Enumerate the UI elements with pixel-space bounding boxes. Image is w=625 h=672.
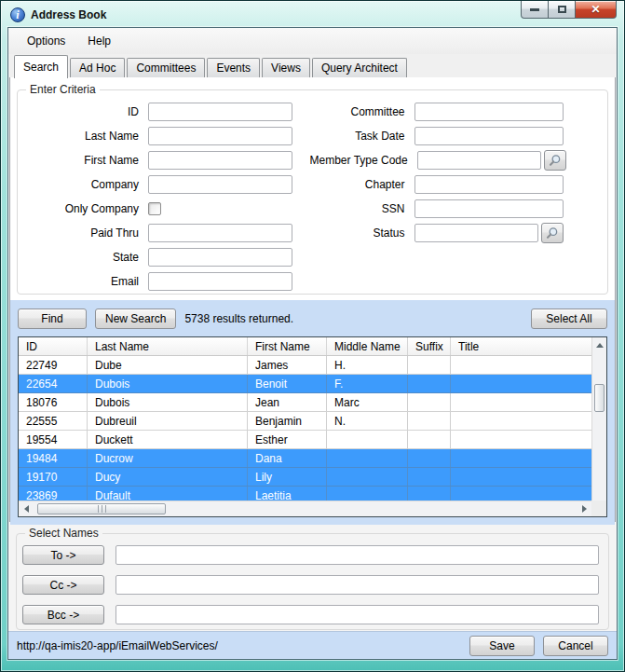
column-header-suffix[interactable]: Suffix (408, 337, 451, 355)
table-cell (451, 375, 606, 392)
horizontal-scroll-thumb[interactable] (37, 503, 166, 514)
tab-committees[interactable]: Committees (127, 58, 205, 77)
grid-header: IDLast NameFirst NameMiddle NameSuffixTi… (19, 337, 606, 356)
bcc-button[interactable]: Bcc -> (22, 605, 104, 624)
tab-ad-hoc[interactable]: Ad Hoc (70, 58, 125, 77)
results-grid: IDLast NameFirst NameMiddle NameSuffixTi… (18, 336, 607, 517)
id-label: ID (18, 105, 148, 118)
scroll-up-icon (596, 343, 604, 348)
select-names-rows: To ->Cc ->Bcc -> (22, 545, 599, 624)
table-cell (451, 468, 606, 486)
horizontal-scrollbar[interactable] (19, 501, 591, 516)
member-type-code-label: Member Type Code (310, 154, 417, 167)
table-row[interactable]: 22555DubreuilBenjaminN. (19, 412, 606, 431)
first-name-field[interactable] (148, 151, 292, 170)
table-row[interactable]: 22654DuboisBenoitF. (19, 375, 606, 393)
menu-item-help[interactable]: Help (76, 30, 122, 52)
field-row-member-type-code: Member Type Code (310, 148, 603, 172)
tab-views[interactable]: Views (262, 58, 310, 77)
committee-label: Committee (310, 105, 414, 118)
table-cell: James (248, 356, 327, 374)
first-name-label: First Name (18, 154, 148, 167)
field-row-paid-thru: Paid Thru (18, 221, 310, 245)
table-row[interactable]: 19554DuckettEsther (19, 431, 606, 449)
state-field[interactable] (148, 248, 292, 267)
vertical-scrollbar[interactable] (591, 337, 606, 516)
scroll-left-button[interactable] (19, 501, 34, 516)
id-field[interactable] (148, 103, 292, 121)
last-name-label: Last Name (18, 130, 148, 143)
cc-field[interactable] (115, 575, 599, 595)
table-row[interactable]: 18076DuboisJeanMarc (19, 393, 606, 412)
column-header-id[interactable]: ID (19, 337, 88, 355)
enter-criteria-group: Enter Criteria IDLast NameFirst NameComp… (17, 89, 608, 295)
table-cell: Dana (248, 449, 327, 467)
table-cell (408, 449, 451, 467)
cc-button[interactable]: Cc -> (22, 575, 104, 595)
scrollbar-corner (591, 501, 606, 516)
table-cell: Dubois (88, 393, 248, 411)
member-type-code-field[interactable] (417, 151, 541, 170)
grid-body: 22749DubeJamesH.22654DuboisBenoitF.18076… (19, 356, 606, 505)
menu-item-options[interactable]: Options (16, 30, 76, 52)
column-header-title[interactable]: Title (451, 337, 606, 355)
table-row[interactable]: 19484DucrowDana (19, 449, 606, 468)
new-search-button[interactable]: New Search (95, 309, 176, 329)
find-button[interactable]: Find (18, 309, 87, 329)
tab-query-architect[interactable]: Query Architect (312, 58, 407, 77)
only-company-checkbox[interactable] (148, 202, 161, 215)
table-cell: Benoit (248, 375, 327, 392)
field-row-ssn: SSN (310, 197, 603, 221)
table-cell: H. (327, 356, 408, 374)
cancel-button[interactable]: Cancel (543, 636, 608, 656)
to-button[interactable]: To -> (22, 545, 104, 565)
status-lookup-button[interactable] (541, 223, 564, 243)
ssn-label: SSN (310, 202, 414, 215)
state-label: State (18, 251, 148, 264)
close-button[interactable]: ✕ (576, 1, 617, 19)
tab-events[interactable]: Events (207, 58, 260, 77)
tab-search[interactable]: Search (14, 55, 68, 78)
vertical-scroll-thumb[interactable] (594, 384, 605, 412)
minimize-button[interactable] (521, 1, 549, 19)
scroll-right-button[interactable] (577, 501, 591, 516)
field-row-company: Company (18, 172, 310, 197)
committee-field[interactable] (414, 103, 564, 121)
company-field[interactable] (148, 175, 292, 194)
email-field[interactable] (148, 272, 292, 291)
table-cell (451, 431, 606, 448)
select-names-label: Select Names (25, 527, 102, 540)
table-cell: 22749 (19, 356, 88, 374)
company-label: Company (18, 178, 148, 191)
select-all-button[interactable]: Select All (531, 309, 607, 329)
table-cell: Lily (248, 468, 327, 486)
save-button[interactable]: Save (469, 636, 535, 656)
member-type-code-lookup-button[interactable] (544, 150, 566, 171)
window-controls: ✕ (521, 1, 617, 19)
table-row[interactable]: 19170DucyLily (19, 468, 606, 487)
ssn-field[interactable] (414, 199, 564, 218)
scroll-grip-icon (98, 505, 106, 513)
results-actions-row: Find New Search 5738 results returned. S… (18, 309, 607, 329)
task-date-field[interactable] (414, 127, 564, 145)
search-tab-page: Enter Criteria IDLast NameFirst NameComp… (9, 77, 616, 522)
column-header-middle-name[interactable]: Middle Name (327, 337, 408, 355)
field-row-id: ID (18, 100, 310, 124)
column-header-last-name[interactable]: Last Name (88, 337, 248, 355)
bcc-field[interactable] (115, 605, 599, 624)
chapter-field[interactable] (414, 175, 564, 194)
column-header-first-name[interactable]: First Name (248, 337, 327, 355)
maximize-button[interactable] (549, 1, 576, 19)
maximize-icon (558, 6, 566, 13)
paid-thru-field[interactable] (148, 224, 292, 242)
table-cell: N. (327, 412, 408, 430)
status-label: Status (310, 226, 414, 240)
last-name-field[interactable] (148, 127, 292, 145)
table-cell (327, 468, 408, 486)
scroll-up-button[interactable] (592, 337, 606, 352)
table-row[interactable]: 22749DubeJamesH. (19, 356, 606, 375)
table-cell: Ducrow (88, 449, 248, 467)
field-row-state: State (18, 245, 310, 269)
status-field[interactable] (414, 224, 538, 242)
to-field[interactable] (115, 545, 599, 565)
